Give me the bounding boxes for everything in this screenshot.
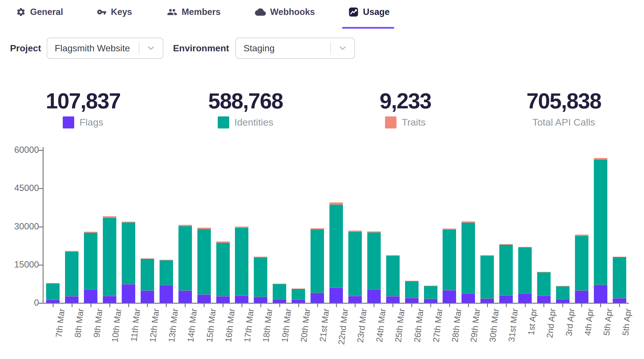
stat-legend: Traits (339, 116, 471, 129)
x-axis-line (43, 303, 629, 304)
y-tick-mark (39, 265, 43, 266)
tab-members[interactable]: Members (167, 3, 221, 21)
bar-30th-mar (480, 255, 494, 303)
tab-label: Keys (111, 7, 132, 17)
x-axis-label: 19th Mar (280, 308, 293, 343)
x-tick-mark (185, 304, 186, 307)
segment-traits (65, 251, 78, 251)
chevron-down-icon[interactable] (338, 43, 347, 53)
x-axis-label: 23rd Mar (356, 308, 369, 343)
legend-swatch-identities (218, 116, 229, 128)
segment-identities (613, 257, 626, 298)
segment-traits (405, 281, 419, 281)
tab-webhooks[interactable]: Webhooks (255, 3, 315, 21)
segment-flags (575, 290, 588, 303)
x-tick-mark (430, 304, 431, 307)
bar-27th-mar (424, 286, 437, 303)
y-tick-mark (39, 150, 43, 151)
bar-8th-mar (65, 251, 78, 303)
x-tick-mark (355, 304, 356, 307)
segment-traits (575, 235, 588, 235)
x-axis-label: 5th Apr (602, 308, 614, 336)
segment-identities (122, 222, 135, 284)
divider (330, 42, 331, 55)
x-axis-label: 15th Mar (205, 308, 218, 343)
settings-tab-bar: GeneralKeysMembersWebhooksUsage (0, 3, 644, 21)
x-tick-mark (128, 304, 129, 307)
x-axis-label: 14th Mar (186, 308, 199, 343)
segment-flags (556, 299, 570, 303)
project-select[interactable]: Flagsmith Website (47, 38, 163, 59)
segment-identities (329, 204, 343, 288)
environment-select[interactable]: Staging (235, 38, 355, 59)
stat-value: 588,768 (180, 89, 311, 113)
tab-label: Usage (363, 7, 390, 17)
segment-traits (518, 247, 532, 247)
tab-label: General (30, 7, 63, 17)
stat-traits: 9,233Traits (339, 89, 471, 129)
segment-traits (103, 216, 116, 218)
segment-flags (216, 296, 230, 303)
segment-flags (367, 289, 381, 303)
x-tick-mark (223, 304, 223, 307)
bar-14th-mar (178, 225, 192, 303)
segment-flags (235, 296, 248, 303)
segment-traits (348, 231, 362, 232)
bar-17th-mar (235, 227, 248, 303)
tab-keys[interactable]: Keys (97, 3, 132, 21)
x-tick-mark (619, 304, 620, 307)
segment-identities (273, 284, 286, 299)
x-tick-mark (147, 304, 148, 307)
x-tick-mark (562, 304, 563, 307)
x-axis-label: 26th Mar (412, 308, 425, 343)
segment-identities (178, 226, 192, 291)
segment-traits (235, 227, 248, 228)
segment-flags (292, 299, 305, 303)
segment-traits (197, 228, 211, 229)
segment-identities (292, 289, 305, 299)
x-axis-label: 28th Mar (450, 308, 463, 343)
x-tick-mark (72, 304, 72, 307)
bar-4th-apr (575, 235, 588, 303)
bar-5th-apr (613, 257, 626, 303)
y-tick-mark (39, 303, 43, 304)
x-axis-label: 25th Mar (393, 308, 407, 343)
segment-flags (405, 298, 419, 303)
segment-traits (178, 225, 192, 226)
segment-flags (46, 300, 60, 303)
segment-flags (424, 299, 437, 303)
legend-swatch-flags (63, 116, 74, 128)
segment-identities (480, 255, 494, 298)
segment-traits (46, 283, 60, 283)
chevron-down-icon[interactable] (146, 43, 156, 53)
x-tick-mark (166, 304, 167, 307)
x-axis-label: 3rd Apr (564, 308, 576, 337)
segment-traits (386, 255, 400, 255)
y-tick-mark (39, 227, 43, 227)
segment-flags (84, 289, 97, 303)
segment-traits (216, 241, 230, 243)
segment-identities (65, 251, 78, 296)
bar-1st-apr (518, 247, 532, 303)
segment-traits (122, 222, 135, 223)
x-axis-label: 20th Mar (299, 308, 312, 343)
cloud-icon (255, 7, 266, 17)
x-tick-mark (581, 304, 582, 307)
stat-total-api-calls: 705,838Total API Calls (498, 89, 630, 129)
segment-identities (575, 236, 588, 290)
key-icon (97, 7, 107, 17)
y-tick-label: 60000 (5, 145, 39, 155)
tab-general[interactable]: General (16, 3, 63, 21)
tab-usage[interactable]: Usage (348, 3, 390, 21)
segment-identities (537, 272, 551, 296)
segment-flags (443, 290, 456, 303)
x-axis-label: 13th Mar (167, 308, 180, 343)
x-axis-label: 24th Mar (374, 308, 388, 343)
x-tick-mark (487, 304, 488, 307)
x-axis-label: 7th Mar (54, 308, 66, 338)
bar-31st-mar (499, 244, 513, 303)
bar-7th-mar (46, 283, 60, 303)
segment-flags (613, 298, 626, 303)
segment-identities (141, 259, 154, 290)
segment-traits (273, 284, 286, 284)
